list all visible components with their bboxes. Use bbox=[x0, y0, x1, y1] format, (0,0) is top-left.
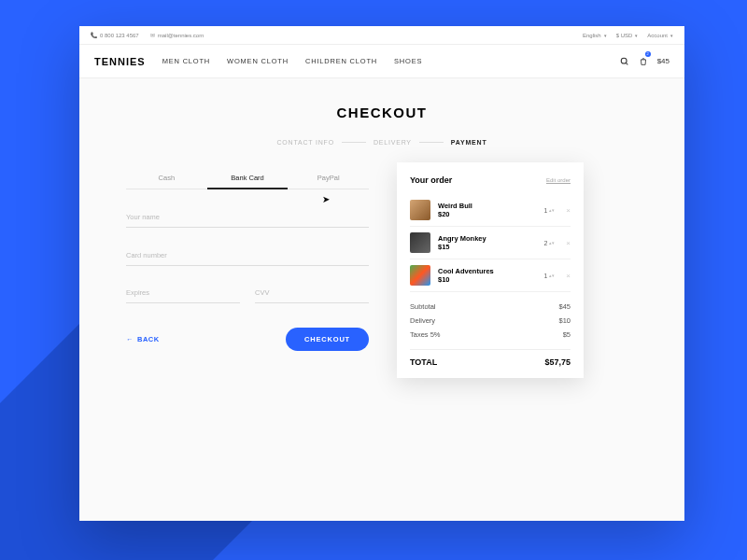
app-window: 📞 0 800 123 4567 ✉ mail@tennies.com Engl… bbox=[79, 26, 684, 521]
navbar: TENNIES MEN CLOTH WOMEN CLOTH CHILDREN C… bbox=[79, 45, 684, 78]
cart-icon[interactable]: 2 bbox=[639, 53, 648, 70]
tab-cash[interactable]: Cash bbox=[126, 168, 207, 189]
svg-line-1 bbox=[626, 63, 627, 64]
step-contact[interactable]: CONTACT INFO bbox=[276, 139, 333, 146]
remove-icon[interactable]: × bbox=[566, 206, 571, 215]
item-thumb bbox=[410, 265, 430, 286]
cart-amount: $45 bbox=[657, 57, 669, 65]
card-input[interactable] bbox=[126, 245, 369, 266]
order-item: Weird Bull$20 1▴▾ × bbox=[410, 194, 571, 227]
svg-point-0 bbox=[621, 58, 627, 63]
payment-form: Cash Bank Card PayPal ← BACK CHECKOUT bbox=[126, 168, 369, 378]
back-button[interactable]: ← BACK bbox=[126, 335, 160, 343]
tab-paypal[interactable]: PayPal bbox=[288, 168, 369, 189]
qty-stepper[interactable]: 2▴▾ bbox=[543, 240, 555, 246]
tab-bankcard[interactable]: Bank Card bbox=[207, 168, 289, 189]
nav-children[interactable]: CHILDREN CLOTH bbox=[305, 57, 377, 65]
order-title: Your order bbox=[410, 175, 452, 185]
nav-women[interactable]: WOMEN CLOTH bbox=[227, 57, 289, 65]
checkout-steps: CONTACT INFO DELIVERY PAYMENT bbox=[126, 139, 638, 146]
email: ✉ mail@tennies.com bbox=[150, 32, 204, 38]
checkout-button[interactable]: CHECKOUT bbox=[286, 328, 369, 351]
step-payment[interactable]: PAYMENT bbox=[451, 139, 487, 146]
logo[interactable]: TENNIES bbox=[94, 56, 146, 67]
currency-select[interactable]: $ USD ▾ bbox=[616, 33, 639, 38]
name-input[interactable] bbox=[126, 207, 369, 228]
expires-input[interactable] bbox=[126, 283, 240, 303]
order-item: Cool Adventures$10 1▴▾ × bbox=[410, 259, 571, 292]
edit-order-link[interactable]: Edit order bbox=[546, 177, 571, 183]
search-icon[interactable] bbox=[620, 57, 629, 66]
nav-men[interactable]: MEN CLOTH bbox=[162, 57, 210, 65]
item-thumb bbox=[410, 232, 430, 253]
page-title: CHECKOUT bbox=[126, 105, 638, 120]
total-row: TOTAL$57,75 bbox=[410, 349, 571, 367]
cvv-input[interactable] bbox=[255, 283, 369, 303]
qty-stepper[interactable]: 1▴▾ bbox=[543, 207, 555, 214]
order-summary: Your order Edit order Weird Bull$20 1▴▾ … bbox=[397, 162, 584, 378]
step-delivery[interactable]: DELIVERY bbox=[374, 139, 412, 146]
remove-icon[interactable]: × bbox=[566, 239, 571, 247]
item-thumb bbox=[410, 200, 430, 220]
lang-select[interactable]: English ▾ bbox=[583, 33, 607, 38]
order-item: Angry Monkey$15 2▴▾ × bbox=[410, 227, 571, 259]
account-menu[interactable]: Account ▾ bbox=[647, 33, 673, 38]
topbar: 📞 0 800 123 4567 ✉ mail@tennies.com Engl… bbox=[79, 26, 684, 45]
remove-icon[interactable]: × bbox=[566, 272, 571, 280]
qty-stepper[interactable]: 1▴▾ bbox=[543, 273, 555, 279]
phone: 📞 0 800 123 4567 bbox=[91, 32, 139, 38]
nav-shoes[interactable]: SHOES bbox=[394, 57, 422, 65]
